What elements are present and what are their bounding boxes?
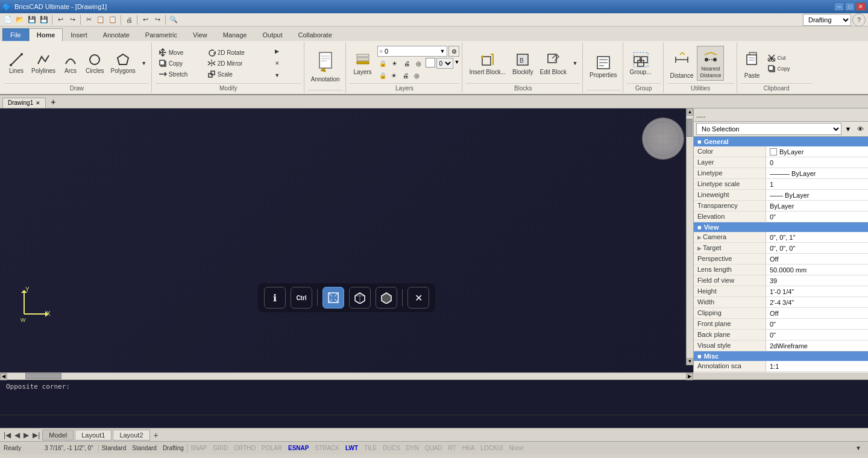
insert-block-button[interactable]: Insert Block... [466,46,509,81]
layer-icon-2[interactable]: ☀ [389,70,400,81]
properties-button[interactable]: Properties [587,49,620,84]
status-dyn[interactable]: DYN [403,445,422,451]
minimize-button[interactable]: ─ [834,2,844,11]
scroll-down-button[interactable]: ▼ [687,358,693,365]
color-dropdown[interactable]: 0 [436,58,453,69]
ft-wireframe-button[interactable] [322,287,344,309]
visibility-icon-button[interactable]: 👁 [855,124,866,134]
prop-transparency-value[interactable]: ByLayer [766,201,868,211]
status-polar[interactable]: POLAR [259,445,285,451]
status-quad[interactable]: QUAD [422,445,445,451]
paste-quick-button[interactable]: 📋 [107,14,118,25]
h-scroll-thumb[interactable] [25,373,61,379]
camera-expand[interactable]: ▶ [697,234,702,240]
ft-3d-button[interactable] [349,287,371,309]
edit-block-button[interactable]: Edit Block [537,46,570,81]
tab-collaborate[interactable]: Collaborate [291,28,340,41]
prop-back-plane-value[interactable]: 0" [766,330,868,340]
general-section-header[interactable]: ■ General [694,137,868,146]
redo-button[interactable]: ↪ [67,14,78,25]
layer-dropdown[interactable]: ○ 0 ▼ [377,46,448,57]
status-ortho[interactable]: ORTHO [231,445,259,451]
status-none[interactable]: None [506,445,527,451]
prop-width-value[interactable]: 2'-4 3/4" [766,297,868,307]
layout-nav-first[interactable]: |◀ [2,431,12,439]
circles-button[interactable]: Circles [83,46,107,81]
prop-visual-style-value[interactable]: 2dWireframe [766,340,868,351]
view-section-header[interactable]: ■ View [694,222,868,232]
status-standard-1[interactable]: Standard [99,445,130,451]
misc-section-header[interactable]: ■ Misc [694,351,868,361]
prop-linetype-scale-value[interactable]: 1 [766,179,868,189]
prop-elevation-value[interactable]: 0" [766,212,868,222]
close-button[interactable]: ✕ [856,2,866,11]
paste-button[interactable]: Paste [741,46,764,81]
layout-nav-next[interactable]: ▶ [22,431,30,439]
prop-lineweight-value[interactable]: —— ByLayer [766,190,868,200]
workspace-dropdown[interactable]: Drafting [803,14,851,26]
vertical-scrollbar[interactable]: ▲ ▼ [686,108,693,365]
filter-icon-button[interactable]: ▼ [843,124,854,134]
scroll-left-button[interactable]: ◀ [0,373,7,380]
canvas-area[interactable]: X Y W ℹ Ctrl [0,108,693,372]
expand-modify-button[interactable]: ▶ [253,46,301,57]
prop-target-value[interactable]: 0", 0", 0" [766,243,868,253]
layout-tab-layout1[interactable]: Layout1 [75,430,112,441]
tab-insert[interactable]: Insert [63,28,95,41]
save-button[interactable]: 💾 [27,14,37,25]
prop-field-of-view-value[interactable]: 39 [766,275,868,286]
drawing-tab-close[interactable]: ✕ [36,100,40,106]
new-tab-button[interactable]: + [47,96,59,108]
layout-tab-layout2[interactable]: Layout2 [113,430,149,441]
command-input[interactable] [2,418,866,425]
layer-btn-3[interactable]: 🖨 [401,58,412,69]
ft-close-button[interactable]: ✕ [407,287,429,309]
scroll-thumb[interactable] [687,119,693,137]
layout-nav-prev[interactable]: ◀ [13,431,21,439]
layer-btn-2[interactable]: ☀ [389,58,400,69]
drawing-tab[interactable]: Drawing1 ✕ [2,98,46,108]
new-file-button[interactable]: 📄 [2,14,13,25]
status-hka[interactable]: HKA [459,445,478,451]
target-expand[interactable]: ▶ [697,245,702,251]
layer-icon-1[interactable]: 🔒 [377,70,388,81]
copy-clipboard-button[interactable]: Copy [764,63,813,74]
scale-button[interactable]: Scale [204,69,253,80]
title-controls[interactable]: ─ □ ✕ [834,2,866,11]
status-expand[interactable]: ▼ [852,445,864,451]
prop-perspective-value[interactable]: Off [766,254,868,264]
tab-home[interactable]: Home [29,28,63,42]
status-drafting[interactable]: Drafting [160,445,187,451]
prop-camera-value[interactable]: 0", 0", 1" [766,232,868,242]
layer-btn-1[interactable]: 🔒 [377,58,388,69]
layout-tab-add[interactable]: + [151,430,161,440]
layer-icon-3[interactable]: 🖨 [400,70,411,81]
ft-info-button[interactable]: ℹ [264,287,286,309]
cut-quick-button[interactable]: ✂ [83,14,94,25]
scroll-up-button[interactable]: ▲ [687,108,693,116]
selection-dropdown[interactable]: No Selection [696,123,841,135]
2d-rotate-button[interactable]: 2D Rotate [204,47,253,58]
prop-linetype-value[interactable]: ——— ByLayer [766,168,868,178]
open-file-button[interactable]: 📂 [14,14,25,25]
h-scroll-track[interactable] [7,373,686,380]
maximize-button[interactable]: □ [845,2,855,11]
tab-output[interactable]: Output [254,28,290,41]
layers-button[interactable]: Layers [350,46,376,81]
status-tile[interactable]: TILE [361,445,380,451]
blockify-button[interactable]: B Blockify [509,46,536,81]
status-lockui[interactable]: LOCKUI [477,445,506,451]
polygons-button[interactable]: Polygons [108,46,139,81]
copy-quick-button[interactable]: 📋 [95,14,106,25]
2d-mirror-button[interactable]: 2D Mirror [204,58,253,69]
expand-modify-button3[interactable]: ▼ [253,70,301,81]
layer-settings-button[interactable]: ⚙ [448,46,459,57]
copy-button[interactable]: Copy [156,58,204,69]
help-button[interactable]: ? [852,13,866,27]
status-standard-2[interactable]: Standard [129,445,160,451]
tab-file[interactable]: File [2,28,29,41]
arcs-button[interactable]: Arcs [59,46,82,81]
ft-ctrl-button[interactable]: Ctrl [291,287,312,309]
print-button[interactable]: 🖨 [124,14,134,25]
group-button[interactable]: Group... [627,46,655,81]
